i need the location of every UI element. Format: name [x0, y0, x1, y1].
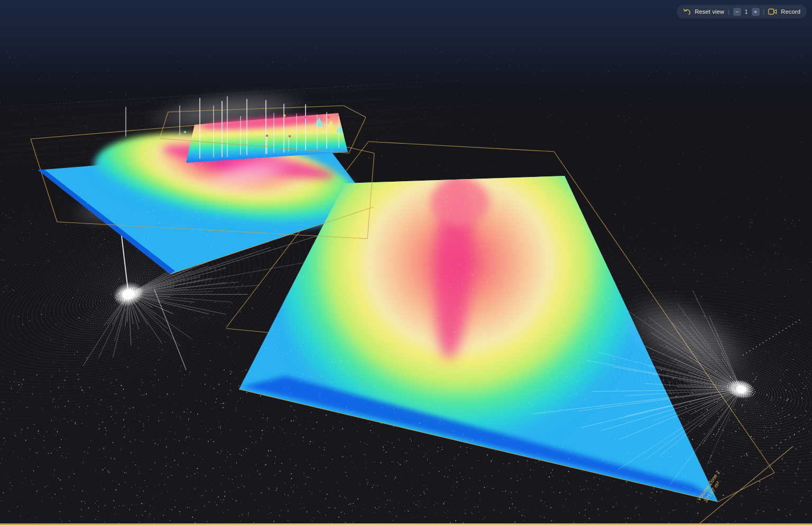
- toolbar-separator: |: [728, 9, 730, 15]
- dotted-range-lines: [743, 320, 804, 448]
- viewer-toolbar: Reset view | − 1 + | Record: [677, 5, 807, 18]
- record-camera-icon[interactable]: [768, 8, 777, 15]
- 3d-viewport[interactable]: [0, 0, 812, 525]
- reset-view-icon[interactable]: [683, 8, 691, 15]
- lidar-viewer-window: Reset view | − 1 + | Record Volume Zone …: [0, 0, 812, 525]
- reset-view-button[interactable]: Reset view: [695, 8, 724, 15]
- toolbar-separator: |: [763, 9, 765, 15]
- zoom-level-value: 1: [745, 9, 748, 15]
- zoom-out-button[interactable]: −: [733, 8, 741, 16]
- zoom-in-button[interactable]: +: [752, 8, 760, 16]
- record-button[interactable]: Record: [781, 8, 800, 15]
